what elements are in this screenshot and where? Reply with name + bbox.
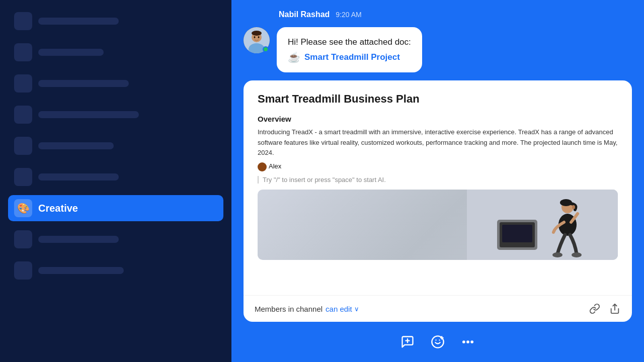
avatar-placeholder-8 [14, 230, 32, 248]
doc-mention: Alex [258, 161, 281, 172]
sidebar-item-5[interactable] [8, 133, 223, 159]
doc-link-icon: ☕ [288, 51, 300, 63]
avatar-placeholder-2 [14, 43, 32, 61]
avatar-placeholder-6 [14, 168, 32, 186]
avatar-placeholder-3 [14, 74, 32, 93]
creative-icon-wrapper: 🎨 [14, 199, 32, 217]
sidebar-item-8[interactable] [8, 226, 223, 252]
sidebar: 🎨 Creative [0, 0, 231, 362]
avatar-placeholder-5 [14, 137, 32, 155]
share-icon[interactable] [609, 303, 621, 315]
message-time: 9:20 AM [336, 11, 361, 19]
svg-rect-6 [467, 190, 618, 260]
doc-link[interactable]: ☕ Smart Treadmill Project [288, 51, 411, 63]
reply-button[interactable] [399, 334, 416, 350]
sidebar-item-9[interactable] [8, 257, 223, 284]
message-header: Nabil Rashad 9:20 AM [244, 10, 632, 19]
label-placeholder-9 [38, 267, 124, 274]
label-placeholder-4 [38, 111, 139, 118]
can-edit-button[interactable]: can edit ∨ [326, 305, 359, 313]
sidebar-item-1[interactable] [8, 8, 223, 34]
mention-avatar [258, 162, 267, 171]
runner-illustration [467, 190, 618, 260]
footer-permissions: Members in channel can edit ∨ [255, 305, 359, 313]
footer-actions [589, 303, 621, 315]
sender-name: Nabil Rashad [279, 10, 330, 19]
creative-label: Creative [38, 203, 78, 214]
label-placeholder-3 [38, 80, 129, 87]
doc-image [258, 190, 618, 260]
label-placeholder-1 [38, 18, 119, 25]
doc-section-title: Overview [258, 115, 618, 123]
avatar-placeholder-9 [14, 261, 32, 280]
main-panel: Nabil Rashad 9:20 AM [231, 0, 644, 362]
label-placeholder-8 [38, 236, 119, 243]
palette-icon: 🎨 [17, 202, 30, 214]
svg-point-26 [471, 341, 473, 343]
more-actions-button[interactable] [460, 334, 476, 350]
svg-point-14 [572, 252, 582, 257]
avatar-wrapper [244, 27, 270, 53]
svg-point-15 [572, 205, 575, 209]
ai-prompt-text: Try "/" to insert or press "space" to st… [263, 176, 386, 184]
sidebar-item-4[interactable] [8, 102, 223, 128]
svg-rect-9 [502, 225, 532, 242]
doc-title: Smart Treadmill Business Plan [258, 93, 618, 106]
doc-ai-prompt[interactable]: Try "/" to insert or press "space" to st… [258, 176, 618, 184]
svg-point-24 [463, 341, 464, 343]
copy-link-icon[interactable] [589, 303, 601, 315]
online-status-dot [263, 46, 269, 52]
doc-card-footer: Members in channel can edit ∨ [244, 295, 632, 322]
chevron-down-icon: ∨ [354, 305, 359, 313]
label-placeholder-6 [38, 173, 119, 180]
label-placeholder-5 [38, 142, 114, 149]
doc-body-text: Introducing TreadX - a smart treadmill w… [258, 127, 618, 172]
doc-link-text[interactable]: Smart Treadmill Project [304, 52, 400, 62]
document-card: Smart Treadmill Business Plan Overview I… [244, 80, 632, 322]
label-placeholder-2 [38, 49, 104, 56]
sidebar-item-creative[interactable]: 🎨 Creative [8, 195, 223, 221]
sidebar-item-6[interactable] [8, 164, 223, 190]
mention-name: Alex [269, 161, 281, 172]
emoji-react-button[interactable] [430, 334, 446, 350]
svg-point-3 [252, 31, 262, 36]
message-area: Hi! Please see the attached doc: ☕ Smart… [244, 27, 632, 72]
message-bubble: Hi! Please see the attached doc: ☕ Smart… [277, 27, 422, 72]
avatar-placeholder-1 [14, 12, 32, 30]
doc-card-content: Smart Treadmill Business Plan Overview I… [244, 80, 632, 295]
can-edit-text: can edit [326, 305, 352, 313]
bubble-text: Hi! Please see the attached doc: [288, 36, 411, 48]
avatar-placeholder-4 [14, 106, 32, 124]
svg-point-25 [467, 341, 469, 343]
bottom-toolbar [244, 330, 632, 354]
svg-point-4 [254, 36, 256, 38]
svg-point-13 [552, 252, 562, 257]
svg-point-5 [258, 36, 260, 38]
sidebar-item-3[interactable] [8, 70, 223, 97]
sidebar-item-2[interactable] [8, 39, 223, 65]
members-text: Members in channel [255, 305, 323, 313]
